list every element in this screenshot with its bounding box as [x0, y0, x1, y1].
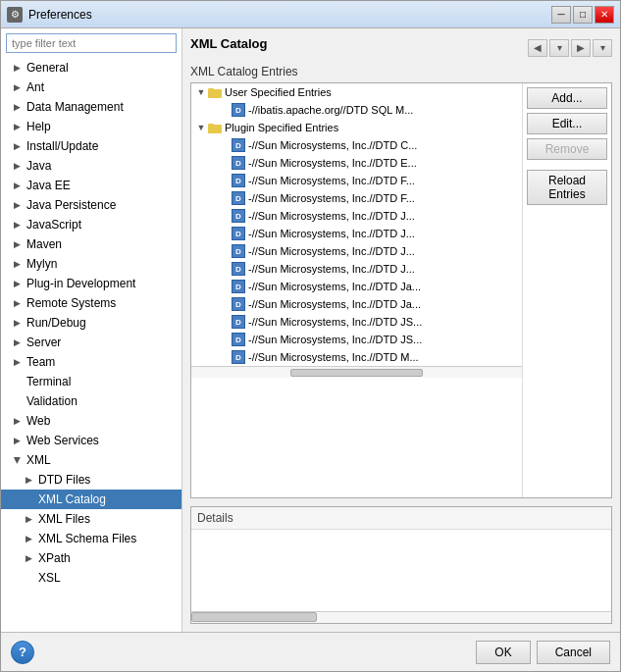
sidebar-item-help[interactable]: Help [1, 117, 181, 136]
expand-arrow [21, 472, 36, 488]
panel-title: XML Catalog [190, 36, 268, 51]
sidebar-item-java[interactable]: Java [1, 156, 181, 176]
sidebar-item-install-update[interactable]: Install/Update [1, 136, 181, 156]
sidebar-item-xml-catalog[interactable]: XML Catalog [1, 490, 181, 509]
sidebar-item-remote-systems[interactable]: Remote Systems [1, 293, 181, 313]
minimize-button[interactable]: ─ [551, 6, 571, 24]
expand-arrow [21, 550, 36, 566]
expand-arrow [9, 315, 25, 331]
sidebar-item-xml-files[interactable]: XML Files [1, 509, 181, 529]
sidebar-item-java-ee[interactable]: Java EE [1, 176, 181, 195]
dtd-file-icon: D [231, 102, 246, 118]
plugin-entry-3[interactable]: D -//Sun Microsystems, Inc.//DTD F... [191, 189, 522, 207]
sidebar-item-web[interactable]: Web [1, 411, 181, 431]
folder-icon [207, 120, 223, 135]
edit-button[interactable]: Edit... [527, 113, 607, 134]
details-h-scrollbar[interactable] [191, 611, 611, 623]
forward-button[interactable]: ▶ [571, 39, 591, 57]
sidebar-item-plugin-dev[interactable]: Plug-in Development [1, 274, 181, 293]
plugin-entry-10[interactable]: D -//Sun Microsystems, Inc.//DTD JS... [191, 313, 522, 331]
plugin-entry-4[interactable]: D -//Sun Microsystems, Inc.//DTD J... [191, 207, 522, 225]
dtd-file-icon: D [231, 296, 246, 312]
add-button[interactable]: Add... [527, 87, 607, 109]
plugin-entry-1[interactable]: D -//Sun Microsystems, Inc.//DTD E... [191, 154, 522, 172]
plugin-entry-7[interactable]: D -//Sun Microsystems, Inc.//DTD J... [191, 260, 522, 278]
ok-button[interactable]: OK [476, 641, 530, 664]
window-title: Preferences [28, 8, 551, 22]
plugin-entry-2[interactable]: D -//Sun Microsystems, Inc.//DTD F... [191, 172, 522, 189]
details-header: Details [191, 507, 611, 530]
nav-controls: ◀ ▾ ▶ ▾ [528, 39, 612, 57]
sidebar-item-web-services[interactable]: Web Services [1, 431, 181, 450]
details-content [191, 530, 611, 611]
expand-arrow [9, 295, 25, 311]
search-input[interactable] [6, 33, 177, 53]
plugin-entry-0[interactable]: D -//Sun Microsystems, Inc.//DTD C... [191, 136, 522, 154]
sidebar-item-general[interactable]: General [1, 58, 181, 78]
sidebar-item-server[interactable]: Server [1, 333, 181, 352]
window-controls: ─ □ ✕ [551, 6, 614, 24]
sidebar-tree: General Ant Data Management Help Install… [1, 58, 181, 632]
plugin-entry-6[interactable]: D -//Sun Microsystems, Inc.//DTD J... [191, 242, 522, 260]
maximize-button[interactable]: □ [573, 6, 593, 24]
dtd-file-icon: D [231, 332, 246, 347]
plugin-specified-group[interactable]: ▼ Plugin Specified Entries [191, 119, 522, 136]
dropdown1-button[interactable]: ▾ [549, 39, 569, 57]
sidebar-item-javascript[interactable]: JavaScript [1, 215, 181, 234]
sidebar-item-mylyn[interactable]: Mylyn [1, 254, 181, 274]
cancel-button[interactable]: Cancel [537, 641, 610, 664]
reload-entries-button[interactable]: Reload Entries [527, 170, 607, 205]
close-button[interactable]: ✕ [595, 6, 614, 24]
dtd-file-icon: D [231, 261, 246, 277]
sidebar-item-run-debug[interactable]: Run/Debug [1, 313, 181, 333]
title-bar: ⚙ Preferences ─ □ ✕ [1, 1, 620, 28]
plugin-entry-12[interactable]: D -//Sun Microsystems, Inc.//DTD M... [191, 348, 522, 366]
expand-arrow [9, 197, 25, 213]
remove-button[interactable]: Remove [527, 138, 607, 160]
expand-arrow [9, 60, 25, 76]
dtd-file-icon: D [231, 226, 246, 241]
sidebar-item-ant[interactable]: Ant [1, 78, 181, 97]
sidebar-item-xsl[interactable]: XSL [1, 568, 181, 588]
user-specified-group[interactable]: ▼ User Specified Entries [191, 83, 522, 101]
expand-arrow [9, 393, 25, 409]
plugin-entry-5[interactable]: D -//Sun Microsystems, Inc.//DTD J... [191, 225, 522, 242]
help-area: ? [11, 641, 34, 664]
sidebar-item-terminal[interactable]: Terminal [1, 372, 181, 391]
expand-arrow: ▼ [195, 87, 207, 97]
plugin-entry-11[interactable]: D -//Sun Microsystems, Inc.//DTD JS... [191, 331, 522, 348]
expand-arrow [9, 79, 25, 95]
folder-icon [207, 84, 223, 100]
dtd-file-icon: D [231, 349, 246, 365]
plugin-entry-8[interactable]: D -//Sun Microsystems, Inc.//DTD Ja... [191, 278, 522, 295]
catalog-action-buttons: Add... Edit... Remove Reload Entries [523, 83, 611, 497]
sidebar-item-dtd-files[interactable]: DTD Files [1, 470, 181, 490]
sidebar-item-xpath[interactable]: XPath [1, 548, 181, 568]
expand-arrow [9, 99, 25, 115]
expand-arrow [9, 354, 25, 370]
sidebar-item-xml[interactable]: XML [1, 450, 181, 470]
help-button[interactable]: ? [11, 641, 34, 664]
back-button[interactable]: ◀ [528, 39, 547, 57]
catalog-section: ▼ User Specified Entries D -//ibatis.apa… [190, 82, 612, 498]
expand-arrow [9, 452, 25, 468]
plugin-entry-9[interactable]: D -//Sun Microsystems, Inc.//DTD Ja... [191, 295, 522, 313]
catalog-with-buttons: ▼ User Specified Entries D -//ibatis.apa… [191, 83, 611, 497]
bottom-bar: ? OK Cancel [1, 632, 620, 671]
catalog-h-scrollbar[interactable] [191, 366, 522, 378]
sidebar-item-validation[interactable]: Validation [1, 391, 181, 411]
sidebar-item-xml-schema-files[interactable]: XML Schema Files [1, 529, 181, 548]
dtd-file-icon: D [231, 314, 246, 330]
sidebar-item-java-persistence[interactable]: Java Persistence [1, 195, 181, 215]
sidebar-item-maven[interactable]: Maven [1, 234, 181, 254]
expand-arrow [9, 236, 25, 252]
expand-arrow [9, 335, 25, 350]
catalog-tree[interactable]: ▼ User Specified Entries D -//ibatis.apa… [191, 83, 523, 497]
sidebar-item-team[interactable]: Team [1, 352, 181, 372]
window-icon: ⚙ [7, 7, 23, 23]
sidebar-item-data-management[interactable]: Data Management [1, 97, 181, 117]
details-section: Details [190, 506, 612, 624]
user-entry-0[interactable]: D -//ibatis.apache.org//DTD SQL M... [191, 101, 522, 119]
dropdown2-button[interactable]: ▾ [593, 39, 612, 57]
expand-arrow [9, 374, 25, 389]
